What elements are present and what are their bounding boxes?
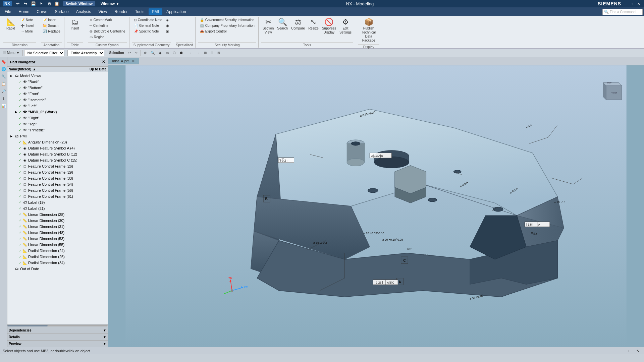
menu-application[interactable]: Application: [163, 8, 190, 15]
tree-bottom[interactable]: ✓ 👁 "Bottom": [8, 85, 107, 91]
window-menu-btn[interactable]: Window ▼: [98, 1, 122, 6]
more-dimension-btn[interactable]: ⋯More: [19, 29, 36, 34]
toggle-model-views[interactable]: ▶: [9, 74, 13, 78]
region-btn[interactable]: ▭Region: [88, 35, 127, 40]
details-toggle[interactable]: ▼: [103, 335, 106, 339]
scope-select[interactable]: Entire Assembly: [67, 50, 104, 56]
selection-filter[interactable]: No Selection Filter: [24, 50, 64, 56]
tree-back[interactable]: ✓ 👁 "Back": [8, 79, 107, 85]
tb-icon10[interactable]: →: [195, 50, 202, 55]
tree-fcf33[interactable]: ✓ □ Feature Control Frame (33): [8, 175, 107, 181]
tree-mbd0[interactable]: ▶ ✓ 👁 "MBD_0" (Work): [8, 109, 107, 115]
menu-render[interactable]: Render: [111, 8, 131, 15]
switch-window-btn[interactable]: Switch Window: [63, 1, 95, 6]
tree-ld28[interactable]: ✓ 📏 Linear Dimension (28): [8, 212, 107, 218]
publish-btn[interactable]: 📦 Publish Technical Data Package: [358, 17, 379, 44]
tree-ld53[interactable]: ✓ 📏 Linear Dimension (53): [8, 236, 107, 242]
tb-icon12[interactable]: ⊟: [209, 50, 215, 55]
status-icon2[interactable]: ⤡: [635, 348, 641, 354]
tree-lbl21[interactable]: ✓ 🏷 Label (21): [8, 205, 107, 212]
tree-ld30[interactable]: ✓ 📏 Linear Dimension (30): [8, 218, 107, 224]
tree-fcf61[interactable]: ✓ □ Feature Control Frame (61): [8, 193, 107, 199]
tree-datum-c[interactable]: ✓ ◈ Datum Feature Symbol C (15): [8, 157, 107, 163]
supp-btn2[interactable]: ◉: [164, 23, 171, 28]
gov-security-btn[interactable]: 🔒Government Security Information: [198, 17, 256, 22]
hscroll-thumb[interactable]: [7, 325, 48, 326]
tree-left[interactable]: ✓ 👁 "Left": [8, 103, 107, 109]
menu-surface[interactable]: Surface: [51, 8, 72, 15]
sort-icon[interactable]: ▲: [33, 67, 36, 71]
tb-icon13[interactable]: ⊠: [216, 50, 222, 55]
supp-btn3[interactable]: ▣: [164, 29, 171, 34]
tree-fcf56[interactable]: ✓ □ Feature Control Frame (56): [8, 187, 107, 193]
viewport-tab-file[interactable]: mist_A.prt ✕: [108, 58, 139, 64]
dependencies-section[interactable]: Dependencies ▼: [7, 327, 108, 334]
tree-fcf54[interactable]: ✓ □ Feature Control Frame (54): [8, 181, 107, 187]
tb-icon2[interactable]: ↪: [133, 50, 139, 55]
export-ctrl-btn[interactable]: 📤Export Control: [198, 29, 256, 34]
status-icon1[interactable]: □: [627, 348, 633, 354]
tree-ld55[interactable]: ✓ 📏 Linear Dimension (55): [8, 242, 107, 248]
tree-datum-a[interactable]: ✓ ◈ Datum Feature Symbol A (4): [8, 145, 107, 151]
tree-model-views[interactable]: ▶ 🗂 Model Views: [8, 73, 107, 79]
tree-rd25[interactable]: ✓ 📐 Radial Dimension (25): [8, 254, 107, 260]
rapid-btn[interactable]: 📐 Rapid: [3, 17, 18, 32]
tree-ld48[interactable]: ✓ 📏 Linear Dimension (48): [8, 230, 107, 236]
maximize-btn[interactable]: □: [629, 1, 635, 6]
rail-btn-4[interactable]: 📋: [1, 81, 7, 87]
rail-btn-6[interactable]: ℹ: [1, 96, 7, 102]
menu-analysis[interactable]: Analysis: [73, 8, 95, 15]
search-btn[interactable]: 🔍 Search: [276, 17, 289, 32]
tree-front[interactable]: ✓ 👁 "Front": [8, 91, 107, 97]
section-view-btn[interactable]: ✂ SectionView: [261, 17, 275, 36]
tree-fcf26[interactable]: ✓ □ Feature Control Frame (26): [8, 163, 107, 169]
coord-note-btn[interactable]: ⊡Coordinate Note: [132, 17, 164, 22]
tb-icon7[interactable]: ⬡: [171, 50, 177, 55]
redo-btn[interactable]: ↪: [22, 0, 29, 7]
toggle-pmi[interactable]: ▶: [9, 134, 13, 138]
close-btn[interactable]: ✕: [636, 1, 641, 6]
command-search[interactable]: 🔍 Find a Command: [602, 9, 643, 15]
smash-btn[interactable]: 💥Smash: [41, 23, 62, 28]
viewport-3d[interactable]: ⌀ 0.75 A|B|C ⌀ 0.2 0.5 A 0.5 A ⌀ 0.5 A ⌀…: [108, 65, 644, 347]
save-btn[interactable]: 💾: [30, 0, 37, 7]
rail-btn-2[interactable]: 🌐: [1, 66, 7, 72]
centerline-btn[interactable]: ─Centerline: [88, 23, 127, 28]
specific-note-btn[interactable]: 📌Specific Note: [132, 29, 164, 34]
insert-annotation-btn[interactable]: 📝Insert: [41, 17, 62, 22]
tb-icon5[interactable]: ◉: [157, 50, 163, 55]
menu-tools[interactable]: Tools: [132, 8, 148, 15]
tree-isometric[interactable]: ✓ 👁 "Isometric": [8, 97, 107, 103]
minimize-btn[interactable]: ─: [623, 1, 628, 6]
copy-btn[interactable]: ⎘: [46, 0, 52, 7]
tree-datum-b[interactable]: ✓ ◈ Datum Feature Symbol B (12): [8, 151, 107, 157]
edit-settings-btn[interactable]: ⚙ EditSettings: [338, 17, 353, 36]
tree-pmi[interactable]: ▶ 🗂 PMI: [8, 133, 107, 139]
preview-toggle[interactable]: ▼: [103, 342, 106, 346]
menu-pmi[interactable]: PMI: [149, 8, 162, 15]
tree-trimetric[interactable]: ✓ 👁 "Trimetric": [8, 127, 107, 133]
toggle-mbd0[interactable]: ▶: [14, 110, 18, 114]
details-section[interactable]: Details ▼: [7, 334, 108, 340]
menu-file[interactable]: File: [1, 8, 14, 15]
bolt-circle-btn[interactable]: ◎Bolt Circle Centerline: [88, 29, 127, 34]
tb-icon9[interactable]: ←: [187, 50, 194, 55]
note-btn[interactable]: 📝Note: [19, 17, 36, 22]
tb-icon8[interactable]: ⬢: [178, 50, 184, 55]
rail-btn-5[interactable]: 🔎: [1, 88, 7, 94]
resize-btn[interactable]: ⤡ Resize: [307, 17, 320, 32]
tree-top[interactable]: ✓ 👁 "Top": [8, 121, 107, 127]
supp-btn1[interactable]: ◈: [164, 17, 171, 22]
tree-right[interactable]: ✓ 👁 "Right": [8, 115, 107, 121]
cut-btn[interactable]: ✂: [38, 0, 45, 7]
tree-rd34[interactable]: ✓ 📐 Radial Dimension (34): [8, 260, 107, 266]
tb-icon3[interactable]: ⊕: [142, 50, 148, 55]
paste-btn[interactable]: 📋: [53, 0, 60, 7]
menu-btn[interactable]: ☰ Menu ▼: [1, 50, 21, 55]
menu-view[interactable]: View: [95, 8, 110, 15]
tb-icon6[interactable]: ▭: [164, 50, 170, 55]
tb-icon4[interactable]: 🔍: [149, 50, 156, 55]
insert-table-btn[interactable]: 🗂 Insert: [67, 17, 82, 32]
undo-btn[interactable]: ↩: [14, 0, 21, 7]
tb-icon11[interactable]: ⊞: [202, 50, 208, 55]
